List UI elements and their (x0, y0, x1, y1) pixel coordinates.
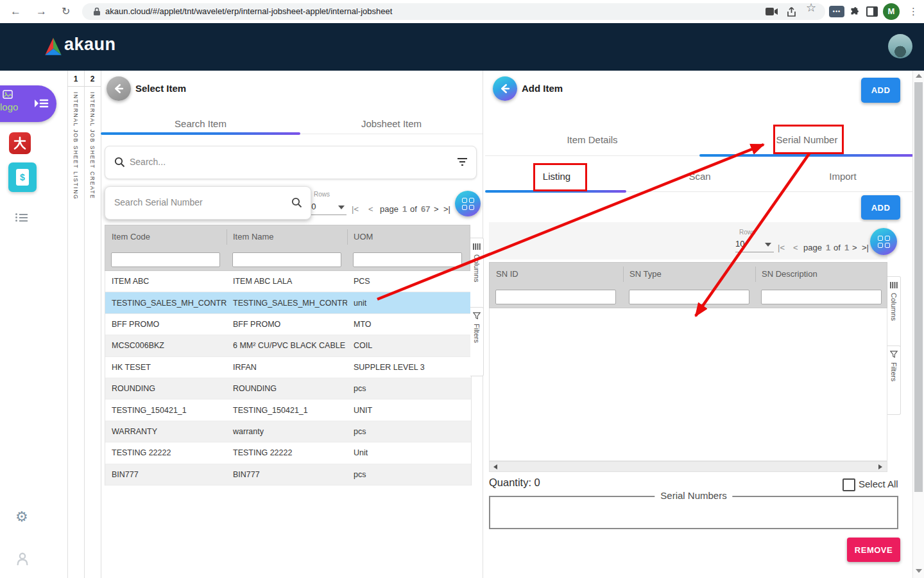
pagination-next[interactable]: > (434, 204, 439, 214)
pagination-prev[interactable]: < (368, 204, 373, 214)
item-search-box[interactable]: Search... (105, 146, 477, 179)
pagination-next[interactable]: > (852, 243, 857, 252)
table-row[interactable]: WARRANTY warranty pcs (105, 421, 471, 442)
column-header-sn-description[interactable]: SN Description (762, 269, 817, 279)
gear-icon[interactable]: ⚙ (15, 510, 28, 524)
tab-search-item[interactable]: Search Item (101, 118, 300, 129)
add-serial-button[interactable]: ADD (861, 195, 900, 220)
extension-dots-icon[interactable]: ••• (829, 6, 844, 17)
da-character-icon (12, 136, 28, 151)
columns-side-tab[interactable]: Columns (470, 238, 484, 312)
active-subtab-underline (485, 190, 626, 193)
horizontal-scrollbar[interactable] (489, 461, 887, 472)
browser-forward-icon[interactable]: → (36, 0, 47, 23)
filter-list-icon[interactable] (457, 157, 468, 166)
column-header-sn-type[interactable]: SN Type (629, 269, 662, 279)
columns-side-tab[interactable]: Columns (887, 276, 901, 351)
invoice-app-icon[interactable]: $ (8, 162, 37, 192)
pagination-last[interactable]: >| (443, 204, 450, 214)
browser-back-icon[interactable]: ← (10, 0, 21, 23)
url-bar[interactable]: akaun.cloud/#/applet/tnt/wavelet/erp/int… (82, 3, 825, 20)
pagination-last[interactable]: >| (862, 243, 869, 252)
subtab-listing[interactable]: Listing (485, 171, 628, 182)
rows-select-underline (735, 252, 774, 252)
tab-serial-number[interactable]: Serial Number (699, 134, 914, 145)
column-header-item-name[interactable]: Item Name (233, 232, 274, 241)
back-button[interactable] (493, 76, 517, 101)
browser-refresh-icon[interactable]: ↻ (62, 0, 70, 23)
table-row[interactable]: BIN777 BIN777 pcs (105, 464, 471, 486)
sn-table-toolbar (489, 222, 887, 259)
star-icon[interactable]: ☆ (806, 1, 816, 15)
filters-label: Filters (473, 324, 481, 343)
app-header: akaun (0, 23, 924, 71)
scroll-up-icon[interactable] (916, 74, 922, 78)
chevron-down-icon[interactable] (338, 206, 345, 209)
chevron-down-icon[interactable] (765, 243, 771, 247)
tab-jobsheet-item[interactable]: Jobsheet Item (300, 118, 483, 129)
sidebar-item-jobsheet-create[interactable]: 2 INTERNAL JOB SHEET CREATE (84, 71, 101, 199)
filter-input-sn-id[interactable] (495, 290, 616, 304)
filter-input-item-code[interactable] (111, 252, 220, 267)
scroll-down-icon[interactable] (916, 569, 922, 573)
cell-item-name: BIN777 (227, 470, 347, 479)
add-button[interactable]: ADD (861, 78, 900, 103)
rows-select[interactable]: 10 (735, 239, 744, 249)
back-arrow-icon (112, 82, 125, 95)
serial-numbers-fieldset[interactable]: Serial Numbers (489, 496, 898, 529)
table-row[interactable]: TESTING_150421_1 TESTING_150421_1 UNIT (105, 399, 471, 421)
columns-label: Columns (473, 254, 481, 282)
table-row[interactable]: TESTING 22222 TESTING 22222 Unit (105, 442, 471, 464)
filters-side-tab[interactable]: Filters (887, 346, 901, 415)
filter-input-item-name[interactable] (232, 252, 341, 267)
table-row[interactable]: MCSC006BKZ 6 MM² CU/PVC BLACK CABLE 1...… (105, 335, 471, 356)
filter-input-sn-type[interactable] (629, 290, 749, 304)
pagination-first[interactable]: |< (352, 204, 359, 214)
brand-name[interactable]: akaun (64, 35, 116, 55)
cell-item-code: BIN777 (105, 470, 227, 479)
subtab-import[interactable]: Import (771, 171, 914, 182)
vertical-scrollbar[interactable] (912, 71, 924, 578)
collapse-menu-icon[interactable] (33, 96, 49, 110)
columns-label: Columns (890, 293, 898, 320)
side-panel-icon[interactable] (866, 6, 878, 17)
pagination-prev[interactable]: < (793, 243, 798, 252)
table-row[interactable]: ROUNDING ROUNDING pcs (105, 378, 471, 399)
tab-video-icon[interactable] (766, 7, 778, 16)
table-row[interactable]: HK TESET IRFAN SUPPLER LEVEL 3 (105, 357, 471, 378)
search-icon[interactable] (291, 197, 302, 208)
user-avatar[interactable] (888, 34, 912, 58)
column-header-sn-id[interactable]: SN ID (496, 269, 518, 279)
remove-button[interactable]: REMOVE (847, 538, 900, 562)
column-header-uom[interactable]: UOM (354, 232, 373, 241)
column-header-item-code[interactable]: Item Code (112, 232, 150, 241)
serial-number-search-box[interactable]: Search Serial Number (105, 186, 311, 220)
tab-item-details[interactable]: Item Details (485, 134, 699, 145)
select-all-checkbox[interactable] (843, 478, 855, 491)
cell-item-name: ROUNDING (227, 384, 347, 393)
filter-input-sn-description[interactable] (761, 290, 882, 304)
share-icon[interactable] (786, 6, 797, 17)
filter-input-uom[interactable] (353, 252, 462, 267)
scroll-right-icon[interactable] (878, 464, 882, 469)
table-row[interactable]: ITEM ABC ITEM ABC LALA PCS (105, 271, 471, 292)
person-icon[interactable] (15, 551, 30, 566)
cjk-app-icon[interactable] (9, 132, 31, 154)
sidebar-item-jobsheet-listing[interactable]: 1 INTERNAL JOB SHEET LISTING (67, 71, 84, 200)
grid-view-button[interactable] (455, 191, 481, 216)
subtab-scan[interactable]: Scan (628, 171, 771, 182)
table-row[interactable]: TESTING_SALES_MH_CONTRACT TESTING_SALES_… (105, 292, 471, 313)
scrollbar-thumb[interactable] (914, 82, 923, 492)
pagination-first[interactable]: |< (778, 243, 785, 252)
sidebar-logo-pill[interactable]: logo (0, 85, 56, 122)
profile-badge[interactable]: M (883, 3, 900, 20)
menu-dots-icon[interactable]: ⋮ (909, 0, 918, 23)
back-button[interactable] (107, 76, 131, 101)
puzzle-icon[interactable] (848, 6, 860, 17)
list-icon[interactable] (15, 212, 28, 223)
table-row[interactable]: BFF PROMO BFF PROMO MTO (105, 314, 471, 335)
filters-side-tab[interactable]: Filters (470, 307, 484, 376)
grid-icon (878, 236, 890, 248)
scroll-left-icon[interactable] (493, 464, 497, 469)
grid-view-button[interactable] (870, 228, 897, 255)
